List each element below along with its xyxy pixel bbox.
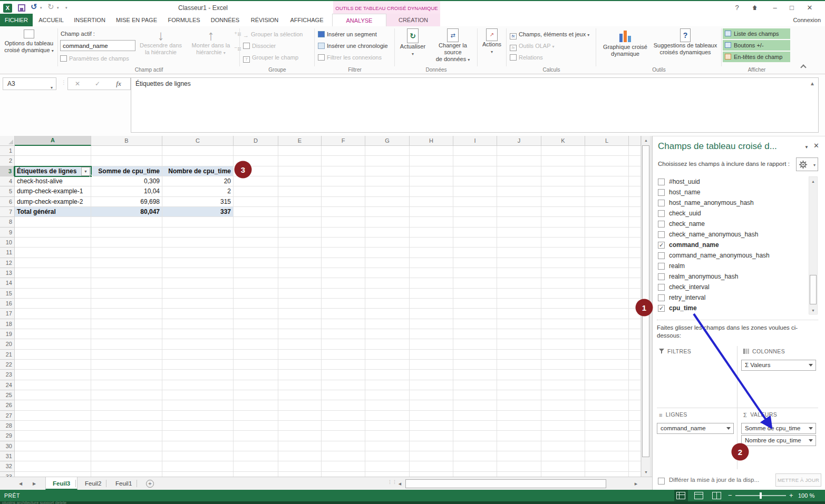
scroll-left-icon[interactable]: ◀: [395, 479, 404, 489]
cell-J18[interactable]: [497, 319, 541, 329]
cell-G2[interactable]: [365, 156, 410, 166]
cell-J19[interactable]: [497, 329, 541, 339]
formula-bar-splitter[interactable]: ⋮: [61, 80, 66, 85]
cell-E28[interactable]: [278, 421, 322, 431]
tab-fichier[interactable]: FICHIER: [0, 14, 33, 26]
cell-G23[interactable]: [365, 370, 410, 380]
cell-B7[interactable]: 80,047: [91, 207, 162, 217]
cell-I3[interactable]: [453, 166, 497, 176]
unchecked-checkbox-icon[interactable]: [658, 263, 665, 270]
row-header-6[interactable]: 6: [0, 197, 15, 207]
cell-G4[interactable]: [365, 176, 410, 186]
cell-M2[interactable]: [629, 156, 641, 166]
cell-K30[interactable]: [541, 441, 585, 451]
cell-L8[interactable]: [585, 217, 629, 227]
valeurs-pill-Nombre de cpu_time[interactable]: Nombre de cpu_time: [741, 435, 816, 446]
cell-M20[interactable]: [629, 339, 641, 349]
cell-M13[interactable]: [629, 268, 641, 278]
cell-C2[interactable]: [162, 156, 234, 166]
cell-E11[interactable]: [278, 248, 322, 258]
cell-I29[interactable]: [453, 431, 497, 441]
cell-A2[interactable]: [15, 156, 91, 166]
row-header-29[interactable]: 29: [0, 431, 15, 441]
cell-E16[interactable]: [278, 299, 322, 309]
close-button[interactable]: ✕: [802, 1, 817, 15]
row-header-18[interactable]: 18: [0, 319, 15, 329]
cell-F7[interactable]: [322, 207, 365, 217]
cell-G21[interactable]: [365, 350, 410, 360]
cell-D27[interactable]: [234, 411, 278, 421]
cell-H18[interactable]: [410, 319, 453, 329]
cell-H24[interactable]: [410, 380, 453, 390]
cell-G15[interactable]: [365, 289, 410, 299]
cell-G1[interactable]: [365, 146, 410, 156]
field-item-cpu_time[interactable]: ✓cpu_time: [657, 303, 809, 313]
cell-B10[interactable]: [91, 238, 162, 248]
cell-I23[interactable]: [453, 370, 497, 380]
pane-options-icon[interactable]: ▼: [804, 145, 809, 150]
cell-C29[interactable]: [162, 431, 234, 441]
cell-B30[interactable]: [91, 441, 162, 451]
new-sheet-button[interactable]: +: [146, 480, 154, 488]
cell-C13[interactable]: [162, 268, 234, 278]
cell-E27[interactable]: [278, 411, 322, 421]
cell-L2[interactable]: [585, 156, 629, 166]
cell-K15[interactable]: [541, 289, 585, 299]
cell-F21[interactable]: [322, 350, 365, 360]
cell-K23[interactable]: [541, 370, 585, 380]
cell-J7[interactable]: [497, 207, 541, 217]
collapse-formula-bar-icon[interactable]: ▲: [810, 81, 815, 86]
cell-F23[interactable]: [322, 370, 365, 380]
cell-A17[interactable]: [15, 309, 91, 319]
cell-J15[interactable]: [497, 289, 541, 299]
cell-B9[interactable]: [91, 228, 162, 238]
row-header-17[interactable]: 17: [0, 309, 15, 319]
cell-I8[interactable]: [453, 217, 497, 227]
cell-G27[interactable]: [365, 411, 410, 421]
cell-G11[interactable]: [365, 248, 410, 258]
cell-I18[interactable]: [453, 319, 497, 329]
field-item-#host_uuid[interactable]: #host_uuid: [657, 176, 809, 187]
cell-G22[interactable]: [365, 360, 410, 370]
cell-F3[interactable]: [322, 166, 365, 176]
cell-J29[interactable]: [497, 431, 541, 441]
defer-update-checkbox[interactable]: [658, 478, 665, 485]
cell-E8[interactable]: [278, 217, 322, 227]
cell-B13[interactable]: [91, 268, 162, 278]
cell-A8[interactable]: [15, 217, 91, 227]
unchecked-checkbox-icon[interactable]: [658, 273, 665, 280]
cell-L22[interactable]: [585, 360, 629, 370]
cell-I6[interactable]: [453, 197, 497, 207]
field-scroll-thumb[interactable]: [810, 275, 817, 304]
cell-K10[interactable]: [541, 238, 585, 248]
checked-checkbox-icon[interactable]: ✓: [658, 242, 665, 249]
name-box-dropdown-icon[interactable]: ▾: [51, 82, 53, 94]
cell-G17[interactable]: [365, 309, 410, 319]
cell-I12[interactable]: [453, 258, 497, 268]
cell-I11[interactable]: [453, 248, 497, 258]
cell-I26[interactable]: [453, 400, 497, 410]
cell-L24[interactable]: [585, 380, 629, 390]
cell-J26[interactable]: [497, 400, 541, 410]
unchecked-checkbox-icon[interactable]: [658, 252, 665, 259]
cell-B8[interactable]: [91, 217, 162, 227]
cell-K31[interactable]: [541, 451, 585, 461]
cell-A33[interactable]: [15, 472, 91, 477]
cell-A6[interactable]: dump-check-example-2: [15, 197, 91, 207]
cell-J23[interactable]: [497, 370, 541, 380]
cell-G32[interactable]: [365, 461, 410, 471]
tab-accueil[interactable]: ACCUEIL: [35, 14, 67, 26]
redo-icon[interactable]: ↻: [47, 2, 54, 12]
cell-A13[interactable]: [15, 268, 91, 278]
cell-M7[interactable]: [629, 207, 641, 217]
cell-H3[interactable]: [410, 166, 453, 176]
cell-D9[interactable]: [234, 228, 278, 238]
maximize-button[interactable]: □: [784, 1, 799, 15]
cell-E4[interactable]: [278, 176, 322, 186]
cell-J12[interactable]: [497, 258, 541, 268]
cell-M24[interactable]: [629, 380, 641, 390]
cell-I22[interactable]: [453, 360, 497, 370]
cell-H10[interactable]: [410, 238, 453, 248]
cell-A4[interactable]: check-host-alive: [15, 176, 91, 186]
cell-L32[interactable]: [585, 461, 629, 471]
